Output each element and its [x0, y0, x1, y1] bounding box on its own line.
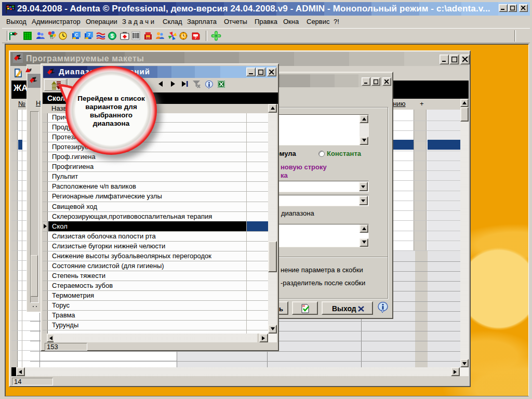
- svg-text:$: $: [111, 33, 114, 39]
- svg-text:7: 7: [88, 32, 90, 37]
- svg-text:вариантов для: вариантов для: [85, 103, 137, 111]
- svg-text:выбранного: выбранного: [90, 111, 132, 119]
- svg-text:диапазона: диапазона: [93, 119, 130, 127]
- svg-text:?: ?: [194, 35, 197, 40]
- svg-text:C: C: [75, 32, 78, 37]
- svg-text:Перейдем в список: Перейдем в список: [77, 95, 145, 102]
